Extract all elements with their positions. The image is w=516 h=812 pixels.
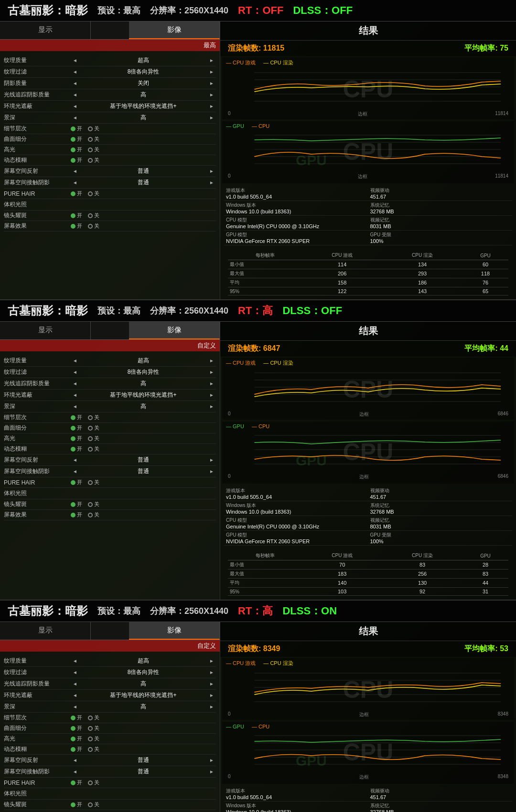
arrow-left[interactable]: ◄ [73,358,77,363]
arrow-left[interactable]: ◄ [73,681,77,686]
radio-off[interactable]: 关 [88,779,99,786]
arrow-left[interactable]: ◄ [73,115,77,120]
arrow-right[interactable]: ► [209,392,214,398]
radio-off[interactable]: 关 [88,725,99,732]
arrow-left[interactable]: ◄ [73,104,77,109]
radio-off[interactable]: 关 [88,445,99,453]
arrow-left[interactable]: ◄ [73,92,77,97]
tab-display[interactable]: 显示 [0,322,91,339]
radio-off[interactable]: 关 [88,746,99,753]
arrow-left[interactable]: ◄ [73,658,77,664]
arrow-right[interactable]: ► [209,58,214,63]
radio-on[interactable]: 开 [71,779,82,786]
arrow-left[interactable]: ◄ [73,381,77,386]
radio-on[interactable]: 开 [71,445,82,453]
radio-off[interactable]: 关 [88,479,99,486]
radio-off[interactable]: 关 [88,414,99,421]
radio-off[interactable]: 关 [88,735,99,742]
arrow-left[interactable]: ◄ [73,769,77,774]
tab-image[interactable]: 影像 [129,322,220,339]
info-label: 系统记忆 [370,202,511,209]
arrow-right[interactable]: ► [209,658,214,664]
setting-row-1: 纹理过滤◄8倍各向异性► [4,667,216,678]
radio-off[interactable]: 关 [88,136,99,143]
radio-off[interactable]: 关 [88,125,99,132]
radio-off[interactable]: 关 [88,511,99,518]
radio-on[interactable]: 开 [71,424,82,432]
arrow-right[interactable]: ► [209,381,214,386]
radio-on[interactable]: 开 [71,801,82,808]
arrow-right[interactable]: ► [209,81,214,86]
arrow-right[interactable]: ► [209,457,214,463]
info-label: 视频驱动 [370,187,511,194]
info-label: GPU 受限 [370,232,511,238]
radio-on[interactable]: 开 [71,222,82,230]
radio-on[interactable]: 开 [71,511,82,518]
radio-on[interactable]: 开 [71,479,82,486]
radio-on[interactable]: 开 [71,125,82,132]
arrow-right[interactable]: ► [209,758,214,763]
radio-on[interactable]: 开 [71,212,82,219]
radio-off[interactable]: 关 [88,157,99,164]
tab-display[interactable]: 显示 [0,21,91,39]
arrow-left[interactable]: ◄ [73,457,77,463]
radio-on[interactable]: 开 [71,725,82,732]
arrow-right[interactable]: ► [209,769,214,774]
arrow-right[interactable]: ► [209,169,214,174]
arrow-right[interactable]: ► [209,693,214,698]
arrow-left[interactable]: ◄ [73,81,77,86]
radio-off[interactable]: 关 [88,212,99,219]
radio-off[interactable]: 关 [88,190,99,197]
radio-off[interactable]: 关 [88,714,99,721]
arrow-left[interactable]: ◄ [73,58,77,63]
arrow-right[interactable]: ► [209,115,214,120]
radio-on[interactable]: 开 [71,735,82,742]
arrow-right[interactable]: ► [209,69,214,74]
radio-on[interactable]: 开 [71,157,82,164]
arrow-right[interactable]: ► [209,704,214,709]
radio-off[interactable]: 关 [88,146,99,153]
arrow-left[interactable]: ◄ [73,69,77,74]
arrow-right[interactable]: ► [209,469,214,474]
arrow-right[interactable]: ► [209,681,214,686]
arrow-right[interactable]: ► [209,670,214,675]
arrow-right[interactable]: ► [209,358,214,363]
chart-x-labels-2: 0边框6846 [226,474,510,480]
arrow-left[interactable]: ◄ [73,758,77,763]
avg-fps: 平均帧率: 44 [464,344,508,354]
arrow-right[interactable]: ► [209,92,214,97]
radio-on[interactable]: 开 [71,190,82,197]
tab-image[interactable]: 影像 [129,21,220,39]
arrow-left[interactable]: ◄ [73,404,77,409]
tab-display[interactable]: 显示 [0,622,91,640]
arrow-right[interactable]: ► [209,404,214,409]
arrow-left[interactable]: ◄ [73,704,77,709]
radio-on[interactable]: 开 [71,501,82,508]
arrow-right[interactable]: ► [209,104,214,109]
radio-on[interactable]: 开 [71,146,82,153]
arrow-left[interactable]: ◄ [73,469,77,474]
radio-on[interactable]: 开 [71,435,82,442]
radio-on[interactable]: 开 [71,746,82,753]
settings-panel: 显示影像自定义纹理质量◄超高►纹理过滤◄8倍各向异性►光线追踪阴影质量◄高►环境… [0,322,220,600]
radio-on[interactable]: 开 [71,714,82,721]
arrow-right[interactable]: ► [209,369,214,375]
arrow-left[interactable]: ◄ [73,169,77,174]
arrow-left[interactable]: ◄ [73,180,77,185]
radio-off[interactable]: 关 [88,424,99,432]
chart-fps: — CPU 游戏— CPU 渲染CPU0边框11814 [222,57,514,119]
radio-off[interactable]: 关 [88,801,99,808]
arrow-left[interactable]: ◄ [73,392,77,398]
radio-on[interactable]: 开 [71,136,82,143]
arrow-right[interactable]: ► [209,180,214,185]
radio-off[interactable]: 关 [88,435,99,442]
info-cell: 系统记忆32768 MB [368,801,513,812]
radio-on[interactable]: 开 [71,414,82,421]
arrow-left[interactable]: ◄ [73,369,77,375]
arrow-left[interactable]: ◄ [73,693,77,698]
arrow-left[interactable]: ◄ [73,670,77,675]
table-row: 最小值11413460 [228,260,508,269]
radio-off[interactable]: 关 [88,501,99,508]
radio-off[interactable]: 关 [88,222,99,230]
tab-image[interactable]: 影像 [129,622,220,640]
